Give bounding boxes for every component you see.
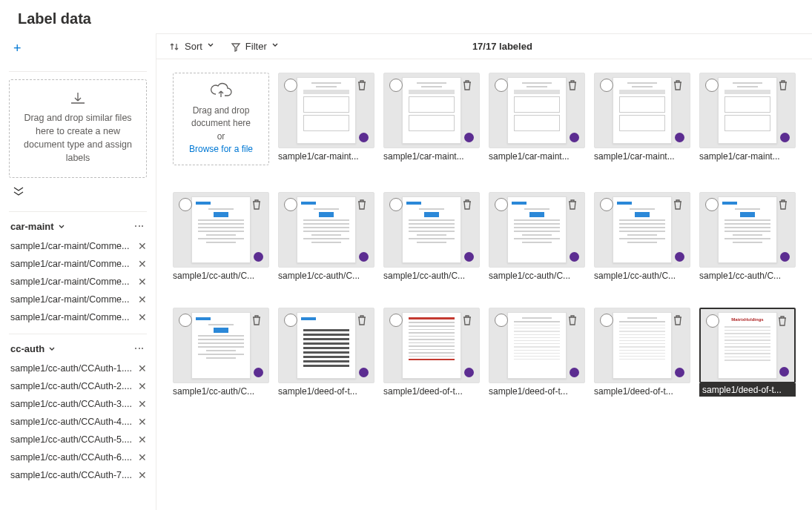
document-tile[interactable]: sample1/cc-auth/C... [699,192,796,281]
document-tile[interactable]: sample1/deed-of-t... [383,308,480,397]
document-tile[interactable]: sample1/cc-auth/C... [173,308,269,397]
select-checkbox[interactable] [284,314,297,327]
select-checkbox[interactable] [389,314,403,327]
delete-button[interactable] [355,198,369,211]
document-tile[interactable]: sample1/cc-auth/C... [173,192,269,281]
select-checkbox[interactable] [389,198,403,211]
remove-file-button[interactable]: ✕ [138,416,147,428]
file-row[interactable]: sample1/cc-auth/CCAuth-5.... ✕ [9,431,147,448]
select-checkbox[interactable] [600,79,613,92]
file-row[interactable]: sample1/cc-auth/CCAuth-3.... ✕ [9,395,147,413]
select-checkbox[interactable] [179,198,192,211]
toolbar: Sort Filter 17/17 labeled [156,34,812,59]
document-tile[interactable]: sample1/car-maint... [699,73,796,165]
file-name: sample1/cc-auth/CCAuth-7.... [10,470,132,480]
file-row[interactable]: sample1/car-maint/Comme... ✕ [9,273,147,291]
remove-file-button[interactable]: ✕ [138,469,147,481]
file-name: sample1/cc-auth/CCAuth-6.... [10,452,132,463]
file-row[interactable]: sample1/cc-auth/CCAuth-2.... ✕ [9,377,147,395]
file-name: sample1/cc-auth/CCAuth-2.... [10,381,132,391]
delete-button[interactable] [250,198,263,211]
file-row[interactable]: sample1/car-maint/Comme... ✕ [9,255,147,273]
select-checkbox[interactable] [600,198,613,211]
tile-label: sample1/deed-of-t... [594,383,690,397]
trash-icon [671,79,684,92]
filter-button[interactable]: Filter [231,41,282,52]
select-checkbox[interactable] [284,198,297,211]
file-row[interactable]: sample1/cc-auth/CCAuth-7.... ✕ [9,466,147,484]
more-button[interactable]: ⋮ [133,343,145,355]
document-tile[interactable]: sample1/cc-auth/C... [594,192,690,281]
document-tile[interactable]: MatrixHoldingssample1/deed-of-t... [699,308,796,397]
tile-label: sample1/deed-of-t... [383,383,480,397]
delete-button[interactable] [355,79,369,92]
document-tile[interactable]: sample1/deed-of-t... [278,308,374,397]
remove-file-button[interactable]: ✕ [138,434,147,446]
document-tile[interactable]: sample1/deed-of-t... [594,308,690,397]
file-row[interactable]: sample1/cc-auth/CCAuth-1.... ✕ [9,360,147,377]
chevron-down-icon [57,222,66,231]
delete-button[interactable] [461,198,474,211]
document-tile[interactable]: sample1/deed-of-t... [489,308,585,397]
delete-button[interactable] [566,79,579,92]
remove-file-button[interactable]: ✕ [138,451,147,463]
document-tile[interactable]: sample1/cc-auth/C... [278,192,374,281]
remove-file-button[interactable]: ✕ [138,398,147,410]
document-tile[interactable]: sample1/car-maint... [594,73,690,165]
file-row[interactable]: sample1/cc-auth/CCAuth-6.... ✕ [9,448,147,466]
delete-button[interactable] [776,198,790,211]
select-checkbox[interactable] [705,79,719,92]
file-row[interactable]: sample1/car-maint/Comme... ✕ [9,237,147,255]
document-tile[interactable]: sample1/cc-auth/C... [383,192,480,281]
delete-button[interactable] [566,314,579,327]
upload-dropzone[interactable]: Drag and drop document here or Browse fo… [173,73,269,165]
sort-button[interactable]: Sort [170,41,217,52]
remove-file-button[interactable]: ✕ [138,311,147,323]
group-header[interactable]: car-maint [10,221,66,232]
remove-file-button[interactable]: ✕ [138,294,147,305]
status-dot [359,133,369,142]
remove-file-button[interactable]: ✕ [138,276,147,288]
browse-file-link[interactable]: Browse for a file [179,143,263,156]
file-row[interactable]: sample1/car-maint/Comme... ✕ [9,291,147,308]
document-tile[interactable]: sample1/car-maint... [383,73,480,165]
remove-file-button[interactable]: ✕ [138,362,147,374]
delete-button[interactable] [671,198,684,211]
chevron-double-down-icon[interactable] [12,185,25,197]
remove-file-button[interactable]: ✕ [138,258,147,270]
document-tile[interactable]: sample1/cc-auth/C... [489,192,585,281]
status-dot [675,133,684,142]
select-checkbox[interactable] [495,314,508,327]
delete-button[interactable] [250,314,263,327]
delete-button[interactable] [776,314,789,328]
select-checkbox[interactable] [705,198,719,211]
delete-button[interactable] [461,79,474,92]
more-button[interactable]: ⋮ [133,221,145,233]
delete-button[interactable] [566,198,579,211]
sidebar-dropzone[interactable]: Drag and drop similar files here to crea… [9,79,147,178]
file-row[interactable]: sample1/car-maint/Comme... ✕ [9,308,147,326]
select-checkbox[interactable] [495,79,508,92]
tile-label: sample1/cc-auth/C... [489,268,585,281]
add-button[interactable]: + [13,41,22,56]
document-tile[interactable]: sample1/car-maint... [278,73,374,165]
delete-button[interactable] [355,314,369,327]
select-checkbox[interactable] [389,79,403,92]
document-tile[interactable]: sample1/car-maint... [489,73,585,165]
delete-button[interactable] [671,314,684,327]
delete-button[interactable] [461,314,474,327]
delete-button[interactable] [671,79,684,92]
select-checkbox[interactable] [706,314,719,328]
select-checkbox[interactable] [179,314,192,327]
select-checkbox[interactable] [284,79,297,92]
trash-icon [355,314,369,327]
chevron-down-icon [47,345,56,354]
group-header[interactable]: cc-auth [10,343,56,354]
remove-file-button[interactable]: ✕ [138,240,147,252]
select-checkbox[interactable] [495,198,508,211]
sidebar-dropzone-text: Drag and drop similar files here to crea… [24,113,132,163]
select-checkbox[interactable] [600,314,613,327]
file-row[interactable]: sample1/cc-auth/CCAuth-4.... ✕ [9,413,147,431]
delete-button[interactable] [776,79,790,92]
remove-file-button[interactable]: ✕ [138,380,147,392]
